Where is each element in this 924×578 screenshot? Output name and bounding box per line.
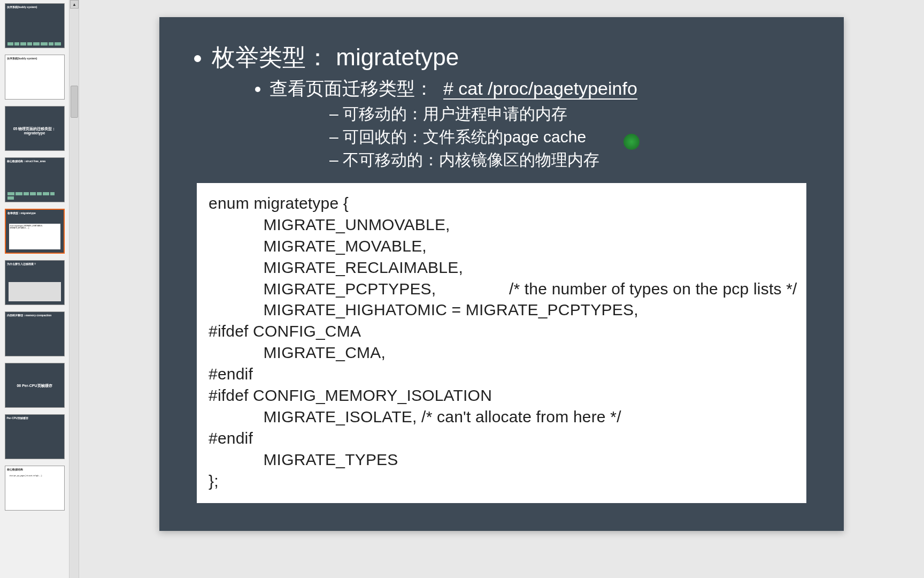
slide-title: 枚举类型： migratetype (212, 44, 459, 70)
thumbnail-title: 核心数据结构：struct free_area (7, 159, 63, 163)
slide-thumbnail[interactable]: 核心数据结构struct per_cpu_pages { int count; … (5, 466, 65, 511)
slide-thumbnail[interactable]: 为什么要引入迁移因素？ (5, 260, 65, 305)
detail-item: 可回收的：文件系统的page cache (344, 126, 806, 148)
thumbnail-scrollbar[interactable]: ▲ (70, 0, 79, 578)
slide-thumbnail[interactable]: 枚举类型：migratetypeenum migratetype { MIGRA… (5, 209, 65, 254)
thumbnail-title: Per-CPU页帧缓存 (7, 416, 63, 420)
slide-thumbnail[interactable]: 核心数据结构：struct free_area (5, 157, 65, 202)
slide-thumbnail[interactable]: 伙伴系统(buddy system) (5, 55, 65, 100)
current-slide: 枚举类型： migratetype 查看页面迁移类型： # cat /proc/… (159, 17, 844, 531)
slide-thumbnail[interactable]: 05 物理页面的迁移类型：migratetype (5, 106, 65, 151)
thumbnail-title: 枚举类型：migratetype (7, 211, 62, 215)
scroll-thumb[interactable] (71, 86, 78, 118)
thumbnail-title: 伙伴系统(buddy system) (7, 57, 63, 60)
command-text: # cat /proc/pagetypeinfo (443, 78, 637, 100)
code-block: enum migratetype { MIGRATE_UNMOVABLE, MI… (197, 183, 806, 503)
thumbnail-title: 为什么要引入迁移因素？ (7, 262, 63, 265)
scroll-up-button[interactable]: ▲ (70, 0, 79, 9)
detail-list: 可移动的：用户进程申请的内存 可回收的：文件系统的page cache 不可移动… (344, 103, 806, 171)
detail-item: 可移动的：用户进程申请的内存 (344, 103, 806, 125)
detail-item: 不可移动的：内核镜像区的物理内存 (344, 149, 806, 171)
slide-canvas: 枚举类型： migratetype 查看页面迁移类型： # cat /proc/… (79, 0, 924, 578)
slide-thumbnail[interactable]: 伙伴系统(buddy system) (5, 3, 65, 48)
slide-thumbnail[interactable]: Per-CPU页帧缓存 (5, 414, 65, 459)
thumbnail-title: 伙伴系统(buddy system) (7, 5, 63, 9)
subpoint-prefix: 查看页面迁移类型： (270, 78, 433, 98)
thumbnail-title: 05 物理页面的迁移类型：migratetype (5, 127, 64, 136)
thumbnail-title: 核心数据结构 (7, 468, 63, 471)
thumbnail-title: 内存碎片整理：memory compaction (7, 314, 63, 317)
slide-thumbnail[interactable]: 06 Per-CPU页帧缓存 (5, 363, 65, 408)
slide-thumbnail[interactable]: 内存碎片整理：memory compaction (5, 311, 65, 356)
thumbnail-title: 06 Per-CPU页帧缓存 (5, 384, 64, 388)
slide-thumbnail-panel[interactable]: 伙伴系统(buddy system)伙伴系统(buddy system)05 物… (0, 0, 70, 578)
